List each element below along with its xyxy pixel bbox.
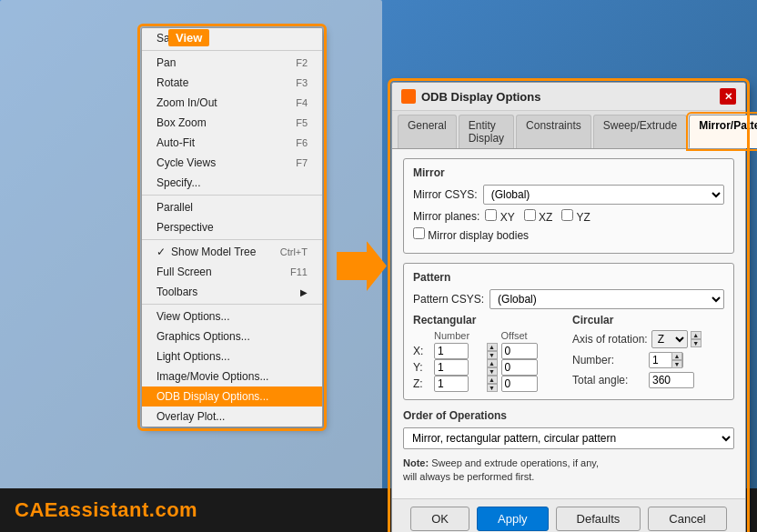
xyz-header: Number Offset bbox=[413, 330, 565, 341]
total-angle-label: Total angle: bbox=[572, 374, 645, 386]
menu-item-cycle-views[interactable]: Cycle Views F7 bbox=[142, 153, 322, 173]
z-number-spinner: ▲ ▼ bbox=[434, 376, 499, 392]
mirror-section: Mirror Mirror CSYS: (Global) Mirror plan… bbox=[403, 158, 734, 254]
total-angle-input[interactable] bbox=[649, 372, 694, 388]
rectangular-col: Rectangular Number Offset X: ▲ ▼ bbox=[413, 314, 565, 392]
dialog-icon bbox=[401, 89, 416, 104]
plane-xz-checkbox[interactable] bbox=[524, 209, 536, 221]
mirror-planes-row: Mirror planes: XY XZ YZ bbox=[413, 209, 724, 224]
menu-item-view-options[interactable]: View Options... bbox=[142, 306, 322, 326]
axis-select[interactable]: Z bbox=[651, 330, 688, 348]
axis-up[interactable]: ▲ bbox=[691, 331, 701, 339]
menu-separator-2 bbox=[142, 195, 322, 196]
arrow bbox=[337, 241, 387, 291]
plane-xz-label[interactable]: XZ bbox=[524, 209, 553, 224]
tab-sweep-extrude[interactable]: Sweep/Extrude bbox=[593, 115, 687, 148]
number-header: Number bbox=[434, 330, 499, 341]
dialog-tabs: General Entity Display Constraints Sweep… bbox=[392, 111, 745, 149]
pattern-csys-row: Pattern CSYS: (Global) bbox=[413, 289, 724, 309]
y-offset-input[interactable] bbox=[501, 359, 538, 376]
menu-item-perspective[interactable]: Perspective bbox=[142, 217, 322, 237]
tab-general[interactable]: General bbox=[398, 115, 457, 148]
view-menu-panel: Save... Pan F2 Rotate F3 Zoom In/Out F4 … bbox=[141, 27, 323, 427]
menu-item-box-zoom[interactable]: Box Zoom F5 bbox=[142, 113, 322, 133]
axis-down[interactable]: ▼ bbox=[691, 339, 701, 347]
circ-number-label: Number: bbox=[572, 354, 645, 366]
note-label: Note: bbox=[403, 457, 429, 468]
y-number-down[interactable]: ▼ bbox=[487, 367, 498, 376]
pattern-csys-select[interactable]: (Global) bbox=[490, 289, 724, 309]
dialog-content: Mirror Mirror CSYS: (Global) Mirror plan… bbox=[392, 149, 745, 498]
y-number-input[interactable] bbox=[434, 359, 469, 376]
tab-entity-display[interactable]: Entity Display bbox=[459, 115, 514, 148]
circ-number-row: Number: ▲ ▼ bbox=[572, 352, 724, 368]
x-number-input[interactable] bbox=[434, 343, 469, 359]
y-number-spinner: ▲ ▼ bbox=[434, 359, 499, 376]
tab-mirror-pattern[interactable]: Mirror/Pattern bbox=[689, 115, 757, 148]
order-ops-select[interactable]: Mirror, rectangular pattern, circular pa… bbox=[403, 427, 734, 449]
z-number-down[interactable]: ▼ bbox=[487, 384, 498, 392]
mirror-display-bodies-checkbox[interactable] bbox=[413, 227, 425, 239]
menu-item-light-options[interactable]: Light Options... bbox=[142, 346, 322, 366]
y-row: Y: ▲ ▼ bbox=[413, 359, 565, 376]
y-number-up[interactable]: ▲ bbox=[487, 359, 498, 367]
z-row: Z: ▲ ▼ bbox=[413, 376, 565, 392]
menu-item-show-model-tree[interactable]: ✓Show Model Tree Ctrl+T bbox=[142, 242, 322, 262]
plane-xy-label[interactable]: XY bbox=[485, 209, 514, 224]
mirror-display-bodies-label[interactable]: Mirror display bodies bbox=[413, 227, 529, 242]
mirror-section-title: Mirror bbox=[413, 166, 724, 179]
menu-item-graphics-options[interactable]: Graphics Options... bbox=[142, 326, 322, 346]
mirror-csys-row: Mirror CSYS: (Global) bbox=[413, 185, 724, 205]
menu-item-specify[interactable]: Specify... bbox=[142, 173, 322, 193]
circular-title: Circular bbox=[572, 314, 724, 326]
dialog-close-button[interactable]: ✕ bbox=[720, 88, 736, 105]
cancel-button[interactable]: Cancel bbox=[648, 507, 726, 531]
plane-yz-label[interactable]: YZ bbox=[561, 209, 590, 224]
menu-item-pan[interactable]: Pan F2 bbox=[142, 53, 322, 73]
view-menu-tab[interactable]: View bbox=[168, 29, 209, 46]
tab-constraints[interactable]: Constraints bbox=[516, 115, 591, 148]
ok-button[interactable]: OK bbox=[410, 507, 469, 531]
defaults-button[interactable]: Defaults bbox=[556, 507, 641, 531]
order-of-operations-section: Order of Operations Mirror, rectangular … bbox=[403, 409, 734, 449]
menu-item-toolbars[interactable]: Toolbars ▶ bbox=[142, 282, 322, 302]
dialog-title-left: ODB Display Options bbox=[401, 89, 540, 104]
menu-separator-3 bbox=[142, 239, 322, 240]
axis-spinners: ▲ ▼ bbox=[691, 331, 701, 347]
pattern-section-title: Pattern bbox=[413, 271, 724, 284]
plane-yz-checkbox[interactable] bbox=[561, 209, 573, 221]
menu-item-image-movie[interactable]: Image/Movie Options... bbox=[142, 366, 322, 386]
note-content: Sweep and extrude operations, if any, wi… bbox=[403, 457, 599, 482]
offset-header: Offset bbox=[501, 330, 566, 341]
menu-item-auto-fit[interactable]: Auto-Fit F6 bbox=[142, 133, 322, 153]
dialog-footer: OK Apply Defaults Cancel bbox=[392, 498, 745, 532]
mirror-csys-label: Mirror CSYS: bbox=[413, 188, 478, 201]
circ-number-spinner: ▲ ▼ bbox=[649, 352, 683, 368]
x-row: X: ▲ ▼ bbox=[413, 343, 565, 359]
mirror-csys-select[interactable]: (Global) bbox=[483, 185, 724, 205]
x-number-up[interactable]: ▲ bbox=[487, 343, 498, 351]
dialog-titlebar: ODB Display Options ✕ bbox=[392, 83, 745, 111]
axis-label: Axis of rotation: bbox=[572, 333, 648, 346]
z-number-input[interactable] bbox=[434, 376, 469, 392]
z-number-up[interactable]: ▲ bbox=[487, 376, 498, 384]
apply-button[interactable]: Apply bbox=[477, 507, 549, 531]
circ-number-up[interactable]: ▲ bbox=[671, 352, 682, 360]
total-angle-row: Total angle: bbox=[572, 372, 724, 388]
menu-separator-1 bbox=[142, 50, 322, 51]
y-label: Y: bbox=[413, 361, 431, 374]
x-offset-input[interactable] bbox=[501, 343, 538, 359]
dialog-title: ODB Display Options bbox=[421, 90, 540, 104]
circ-number-down[interactable]: ▼ bbox=[671, 360, 682, 368]
menu-item-full-screen[interactable]: Full Screen F11 bbox=[142, 262, 322, 282]
menu-item-rotate[interactable]: Rotate F3 bbox=[142, 73, 322, 93]
plane-xy-checkbox[interactable] bbox=[485, 209, 497, 221]
x-number-down[interactable]: ▼ bbox=[487, 351, 498, 359]
menu-item-parallel[interactable]: Parallel bbox=[142, 197, 322, 217]
menu-item-overlay-plot[interactable]: Overlay Plot... bbox=[142, 407, 322, 427]
menu-item-odb-display[interactable]: ODB Display Options... bbox=[142, 386, 322, 407]
menu-separator-4 bbox=[142, 304, 322, 305]
mirror-display-bodies-row: Mirror display bodies bbox=[413, 227, 724, 242]
menu-item-zoom-inout[interactable]: Zoom In/Out F4 bbox=[142, 93, 322, 113]
z-offset-input[interactable] bbox=[501, 376, 538, 392]
